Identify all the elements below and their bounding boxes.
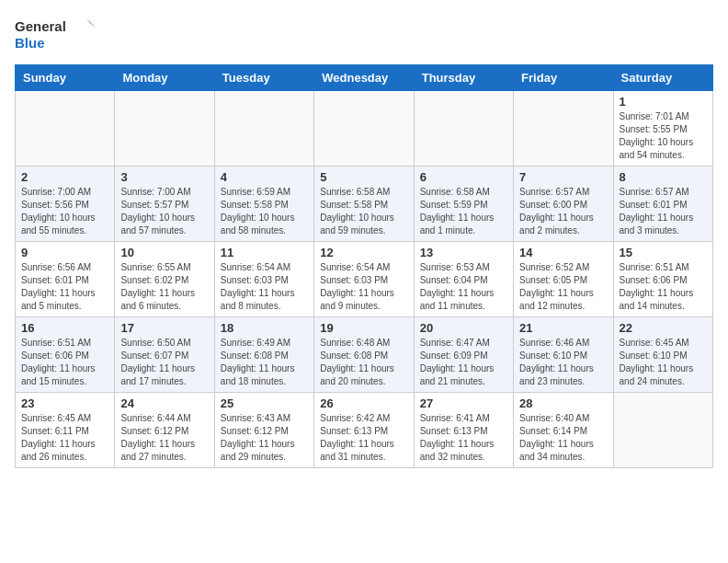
- day-number: 20: [420, 321, 507, 335]
- day-info: Sunrise: 6:59 AM Sunset: 5:58 PM Dayligh…: [221, 186, 308, 237]
- day-info: Sunrise: 6:46 AM Sunset: 6:10 PM Dayligh…: [519, 337, 607, 388]
- calendar-cell: 6Sunrise: 6:58 AM Sunset: 5:59 PM Daylig…: [414, 167, 513, 242]
- day-number: 14: [519, 246, 607, 259]
- day-info: Sunrise: 6:47 AM Sunset: 6:09 PM Dayligh…: [420, 337, 507, 388]
- week-row-5: 23Sunrise: 6:45 AM Sunset: 6:11 PM Dayli…: [16, 393, 713, 468]
- day-number: 22: [620, 321, 707, 335]
- calendar-cell: 1Sunrise: 7:01 AM Sunset: 5:55 PM Daylig…: [613, 91, 712, 167]
- calendar-cell: [314, 91, 414, 167]
- calendar-cell: 23Sunrise: 6:45 AM Sunset: 6:11 PM Dayli…: [16, 393, 115, 468]
- day-info: Sunrise: 6:51 AM Sunset: 6:06 PM Dayligh…: [21, 337, 108, 388]
- week-row-4: 16Sunrise: 6:51 AM Sunset: 6:06 PM Dayli…: [16, 317, 713, 393]
- calendar-cell: 11Sunrise: 6:54 AM Sunset: 6:03 PM Dayli…: [214, 242, 313, 317]
- day-info: Sunrise: 6:45 AM Sunset: 6:10 PM Dayligh…: [620, 337, 707, 388]
- calendar-cell: 10Sunrise: 6:55 AM Sunset: 6:02 PM Dayli…: [115, 242, 214, 317]
- day-number: 16: [21, 321, 108, 335]
- calendar-cell: [613, 393, 712, 468]
- calendar-cell: 26Sunrise: 6:42 AM Sunset: 6:13 PM Dayli…: [314, 393, 414, 468]
- day-info: Sunrise: 6:44 AM Sunset: 6:12 PM Dayligh…: [120, 412, 208, 464]
- logo: General Blue: [15, 15, 97, 53]
- calendar-cell: 7Sunrise: 6:57 AM Sunset: 6:00 PM Daylig…: [514, 167, 613, 242]
- day-info: Sunrise: 6:54 AM Sunset: 6:03 PM Dayligh…: [221, 261, 308, 313]
- day-number: 23: [21, 396, 108, 410]
- day-number: 9: [21, 246, 108, 259]
- day-number: 11: [221, 246, 308, 259]
- day-number: 7: [519, 170, 607, 184]
- weekday-header-thursday: Thursday: [414, 65, 513, 91]
- calendar-cell: 9Sunrise: 6:56 AM Sunset: 6:01 PM Daylig…: [16, 242, 115, 317]
- day-info: Sunrise: 6:48 AM Sunset: 6:08 PM Dayligh…: [320, 337, 407, 388]
- day-number: 2: [21, 170, 108, 184]
- page-header: General Blue: [15, 15, 713, 53]
- day-number: 24: [120, 396, 208, 410]
- day-number: 21: [519, 321, 607, 335]
- day-info: Sunrise: 6:41 AM Sunset: 6:13 PM Dayligh…: [420, 412, 507, 464]
- calendar-cell: 4Sunrise: 6:59 AM Sunset: 5:58 PM Daylig…: [214, 167, 313, 242]
- calendar-cell: 17Sunrise: 6:50 AM Sunset: 6:07 PM Dayli…: [115, 317, 214, 393]
- day-info: Sunrise: 7:00 AM Sunset: 5:57 PM Dayligh…: [120, 186, 208, 237]
- logo-svg: General Blue: [15, 15, 97, 53]
- day-info: Sunrise: 6:52 AM Sunset: 6:05 PM Dayligh…: [519, 261, 607, 313]
- calendar-cell: 5Sunrise: 6:58 AM Sunset: 5:58 PM Daylig…: [314, 167, 414, 242]
- svg-marker-2: [86, 18, 96, 28]
- calendar-cell: 16Sunrise: 6:51 AM Sunset: 6:06 PM Dayli…: [16, 317, 115, 393]
- calendar-cell: [414, 91, 513, 167]
- day-number: 1: [620, 95, 707, 109]
- calendar-cell: 27Sunrise: 6:41 AM Sunset: 6:13 PM Dayli…: [414, 393, 513, 468]
- day-number: 10: [120, 246, 208, 259]
- svg-marker-3: [90, 17, 97, 26]
- day-number: 5: [320, 170, 407, 184]
- calendar-cell: 15Sunrise: 6:51 AM Sunset: 6:06 PM Dayli…: [613, 242, 712, 317]
- weekday-header-tuesday: Tuesday: [214, 65, 313, 91]
- day-number: 18: [221, 321, 308, 335]
- weekday-header-monday: Monday: [115, 65, 214, 91]
- day-info: Sunrise: 6:45 AM Sunset: 6:11 PM Dayligh…: [21, 412, 108, 464]
- weekday-header-saturday: Saturday: [613, 65, 712, 91]
- day-info: Sunrise: 6:58 AM Sunset: 5:59 PM Dayligh…: [420, 186, 507, 237]
- day-info: Sunrise: 6:56 AM Sunset: 6:01 PM Dayligh…: [21, 261, 108, 313]
- weekday-header-sunday: Sunday: [16, 65, 115, 91]
- calendar-cell: 14Sunrise: 6:52 AM Sunset: 6:05 PM Dayli…: [514, 242, 613, 317]
- day-number: 25: [221, 396, 308, 410]
- calendar-cell: 21Sunrise: 6:46 AM Sunset: 6:10 PM Dayli…: [514, 317, 613, 393]
- day-number: 15: [620, 246, 707, 259]
- day-number: 4: [221, 170, 308, 184]
- week-row-2: 2Sunrise: 7:00 AM Sunset: 5:56 PM Daylig…: [16, 167, 713, 242]
- day-info: Sunrise: 6:50 AM Sunset: 6:07 PM Dayligh…: [120, 337, 208, 388]
- weekday-header-friday: Friday: [514, 65, 613, 91]
- day-number: 13: [420, 246, 507, 259]
- calendar-cell: 13Sunrise: 6:53 AM Sunset: 6:04 PM Dayli…: [414, 242, 513, 317]
- day-info: Sunrise: 6:57 AM Sunset: 6:00 PM Dayligh…: [519, 186, 607, 237]
- day-info: Sunrise: 6:40 AM Sunset: 6:14 PM Dayligh…: [519, 412, 607, 464]
- day-info: Sunrise: 7:00 AM Sunset: 5:56 PM Dayligh…: [21, 186, 108, 237]
- svg-text:General: General: [15, 18, 66, 34]
- day-number: 19: [320, 321, 407, 335]
- week-row-1: 1Sunrise: 7:01 AM Sunset: 5:55 PM Daylig…: [16, 91, 713, 167]
- calendar-table: SundayMondayTuesdayWednesdayThursdayFrid…: [15, 64, 713, 468]
- day-number: 28: [519, 396, 607, 410]
- day-info: Sunrise: 6:49 AM Sunset: 6:08 PM Dayligh…: [221, 337, 308, 388]
- day-info: Sunrise: 6:42 AM Sunset: 6:13 PM Dayligh…: [320, 412, 407, 464]
- day-number: 8: [620, 170, 707, 184]
- svg-text:Blue: Blue: [15, 35, 45, 51]
- calendar-cell: 20Sunrise: 6:47 AM Sunset: 6:09 PM Dayli…: [414, 317, 513, 393]
- calendar-cell: 19Sunrise: 6:48 AM Sunset: 6:08 PM Dayli…: [314, 317, 414, 393]
- day-info: Sunrise: 6:51 AM Sunset: 6:06 PM Dayligh…: [620, 261, 707, 313]
- weekday-header-wednesday: Wednesday: [314, 65, 414, 91]
- calendar-cell: 2Sunrise: 7:00 AM Sunset: 5:56 PM Daylig…: [16, 167, 115, 242]
- calendar-cell: 24Sunrise: 6:44 AM Sunset: 6:12 PM Dayli…: [115, 393, 214, 468]
- day-info: Sunrise: 6:55 AM Sunset: 6:02 PM Dayligh…: [120, 261, 208, 313]
- day-number: 6: [420, 170, 507, 184]
- weekday-header-row: SundayMondayTuesdayWednesdayThursdayFrid…: [16, 65, 713, 91]
- calendar-cell: 3Sunrise: 7:00 AM Sunset: 5:57 PM Daylig…: [115, 167, 214, 242]
- calendar-cell: 12Sunrise: 6:54 AM Sunset: 6:03 PM Dayli…: [314, 242, 414, 317]
- calendar-cell: 22Sunrise: 6:45 AM Sunset: 6:10 PM Dayli…: [613, 317, 712, 393]
- day-info: Sunrise: 6:57 AM Sunset: 6:01 PM Dayligh…: [620, 186, 707, 237]
- day-number: 17: [120, 321, 208, 335]
- day-number: 12: [320, 246, 407, 259]
- day-number: 3: [120, 170, 208, 184]
- calendar-cell: [214, 91, 313, 167]
- day-number: 26: [320, 396, 407, 410]
- day-info: Sunrise: 6:43 AM Sunset: 6:12 PM Dayligh…: [221, 412, 308, 464]
- day-info: Sunrise: 6:58 AM Sunset: 5:58 PM Dayligh…: [320, 186, 407, 237]
